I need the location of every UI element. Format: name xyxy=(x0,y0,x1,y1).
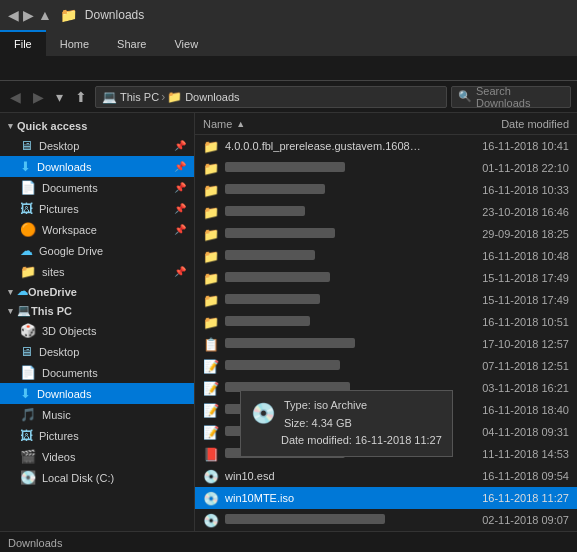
nav-back-button[interactable]: ◀ xyxy=(6,87,25,107)
table-row[interactable]: 📋 17-10-2018 12:57 xyxy=(195,333,577,355)
3dobjects-icon: 🎲 xyxy=(20,323,36,338)
folder-icon: 📁 xyxy=(203,139,219,154)
videos-icon: 🎬 xyxy=(20,449,36,464)
file-name xyxy=(225,250,423,262)
file-date: 16-11-2018 09:54 xyxy=(429,470,569,482)
titlebar-back-icon[interactable]: ◀ xyxy=(8,7,19,23)
nav-up-button[interactable]: ⬆ xyxy=(71,87,91,107)
table-row[interactable]: 📁 16-11-2018 10:33 xyxy=(195,179,577,201)
word-icon: 📝 xyxy=(203,425,219,440)
table-row[interactable]: 💿 02-11-2018 09:07 xyxy=(195,509,577,531)
file-name: win10.esd xyxy=(225,470,423,482)
iso-icon: 💿 xyxy=(203,513,219,528)
sidebar-item-3dobjects[interactable]: 🎲 3D Objects xyxy=(0,320,194,341)
table-row[interactable]: 💿 win10MTE.iso 16-11-2018 11:27 xyxy=(195,487,577,509)
sidebar-item-googledrive[interactable]: ☁ Google Drive xyxy=(0,240,194,261)
downloads-icon: ⬇ xyxy=(20,159,31,174)
sidebar-section-thispc[interactable]: ▾ 💻 This PC xyxy=(0,301,194,320)
status-bar: Downloads xyxy=(0,531,577,552)
table-row[interactable]: 📝 03-11-2018 16:21 xyxy=(195,377,577,399)
file-date: 07-11-2018 12:51 xyxy=(429,360,569,372)
table-row[interactable]: 📁 29-09-2018 18:25 xyxy=(195,223,577,245)
sidebar-music-label: Music xyxy=(42,409,71,421)
sidebar-item-desktop[interactable]: 🖥 Desktop 📌 xyxy=(0,135,194,156)
sidebar-section-quick-access[interactable]: ▾ Quick access xyxy=(0,117,194,135)
nav-forward-button[interactable]: ▶ xyxy=(29,87,48,107)
esd-icon: 💿 xyxy=(203,469,219,484)
folder-icon: 📁 xyxy=(203,227,219,242)
music-icon: 🎵 xyxy=(20,407,36,422)
tab-file[interactable]: File xyxy=(0,30,46,56)
thispc-chevron: ▾ xyxy=(8,306,13,316)
sidebar-item-downloads[interactable]: ⬇ Downloads 📌 xyxy=(0,156,194,177)
tab-home[interactable]: Home xyxy=(46,30,103,56)
file-name xyxy=(225,360,423,372)
word-icon: 📝 xyxy=(203,381,219,396)
sidebar-item-documents2[interactable]: 📄 Documents xyxy=(0,362,194,383)
breadcrumb-downloads: 📁 Downloads xyxy=(167,90,239,104)
table-row[interactable]: 📁 16-11-2018 10:51 xyxy=(195,311,577,333)
sidebar-videos-label: Videos xyxy=(42,451,75,463)
sidebar-item-downloads2[interactable]: ⬇ Downloads xyxy=(0,383,194,404)
table-row[interactable]: 📝 04-11-2018 09:31 xyxy=(195,421,577,443)
file-date: 04-11-2018 09:31 xyxy=(429,426,569,438)
titlebar-folder-icon: 📁 xyxy=(60,7,77,23)
file-date: 11-11-2018 14:53 xyxy=(429,448,569,460)
table-row[interactable]: 📁 01-11-2018 22:10 xyxy=(195,157,577,179)
main-area: ▾ Quick access 🖥 Desktop 📌 ⬇ Downloads 📌… xyxy=(0,113,577,531)
search-box[interactable]: 🔍 Search Downloads xyxy=(451,86,571,108)
breadcrumb[interactable]: 💻 This PC › 📁 Downloads xyxy=(95,86,447,108)
documents2-icon: 📄 xyxy=(20,365,36,380)
iso-icon: 💿 xyxy=(203,491,219,506)
table-row[interactable]: 📁 15-11-2018 17:49 xyxy=(195,289,577,311)
file-list: 📁 4.0.0.0.fbl_prerelease.gustavem.160815… xyxy=(195,135,577,531)
column-headers: Name ▲ Date modified xyxy=(195,113,577,135)
col-name-header[interactable]: Name ▲ xyxy=(203,118,429,130)
sidebar-item-pictures[interactable]: 🖼 Pictures 📌 xyxy=(0,198,194,219)
titlebar-up-icon[interactable]: ▲ xyxy=(38,7,52,23)
sidebar-item-sites[interactable]: 📁 sites 📌 xyxy=(0,261,194,282)
breadcrumb-thispc: 💻 This PC xyxy=(102,90,159,104)
sidebar-item-documents[interactable]: 📄 Documents 📌 xyxy=(0,177,194,198)
onedrive-label: OneDrive xyxy=(28,286,77,298)
sidebar-item-localdisk[interactable]: 💽 Local Disk (C:) xyxy=(0,467,194,488)
sidebar-item-desktop2[interactable]: 🖥 Desktop xyxy=(0,341,194,362)
table-row[interactable]: 📁 23-10-2018 16:46 xyxy=(195,201,577,223)
quick-access-label: Quick access xyxy=(17,120,87,132)
folder-icon: 📁 xyxy=(203,161,219,176)
nav-recent-button[interactable]: ▾ xyxy=(52,87,67,107)
file-date: 16-11-2018 11:27 xyxy=(429,492,569,504)
sidebar-section-onedrive[interactable]: ▾ ☁ OneDrive xyxy=(0,282,194,301)
tab-share[interactable]: Share xyxy=(103,30,160,56)
desktop2-icon: 🖥 xyxy=(20,344,33,359)
sidebar-item-pictures2[interactable]: 🖼 Pictures xyxy=(0,425,194,446)
sidebar-item-videos[interactable]: 🎬 Videos xyxy=(0,446,194,467)
file-date: 16-11-2018 10:33 xyxy=(429,184,569,196)
sidebar-item-music[interactable]: 🎵 Music xyxy=(0,404,194,425)
file-name xyxy=(225,514,423,526)
table-row[interactable]: 📝 16-11-2018 18:40 xyxy=(195,399,577,421)
file-area: Name ▲ Date modified 📁 4.0.0.0.fbl_prere… xyxy=(195,113,577,531)
sort-arrow: ▲ xyxy=(236,119,245,129)
table-row[interactable]: 📝 07-11-2018 12:51 xyxy=(195,355,577,377)
pictures2-icon: 🖼 xyxy=(20,428,33,443)
gdrive-icon: ☁ xyxy=(20,243,33,258)
ribbon-content xyxy=(0,56,577,80)
sidebar-desktop2-label: Desktop xyxy=(39,346,79,358)
sidebar-desktop-label: Desktop xyxy=(39,140,79,152)
col-date-header[interactable]: Date modified xyxy=(429,118,569,130)
tab-view[interactable]: View xyxy=(160,30,212,56)
table-row[interactable]: 📁 4.0.0.0.fbl_prerelease.gustavem.160815… xyxy=(195,135,577,157)
file-date: 15-11-2018 17:49 xyxy=(429,294,569,306)
sidebar-item-workspace[interactable]: 🟠 Workspace 📌 xyxy=(0,219,194,240)
table-row[interactable]: 📕 11-11-2018 14:53 xyxy=(195,443,577,465)
table-row[interactable]: 📁 16-11-2018 10:48 xyxy=(195,245,577,267)
table-row[interactable]: 📁 15-11-2018 17:49 xyxy=(195,267,577,289)
titlebar-forward-icon[interactable]: ▶ xyxy=(23,7,34,23)
table-row[interactable]: 💿 win10.esd 16-11-2018 09:54 xyxy=(195,465,577,487)
thispc-icon: 💻 xyxy=(102,90,117,104)
word-icon: 📝 xyxy=(203,403,219,418)
sidebar-workspace-label: Workspace xyxy=(42,224,97,236)
file-name xyxy=(225,426,423,438)
file-date: 03-11-2018 16:21 xyxy=(429,382,569,394)
